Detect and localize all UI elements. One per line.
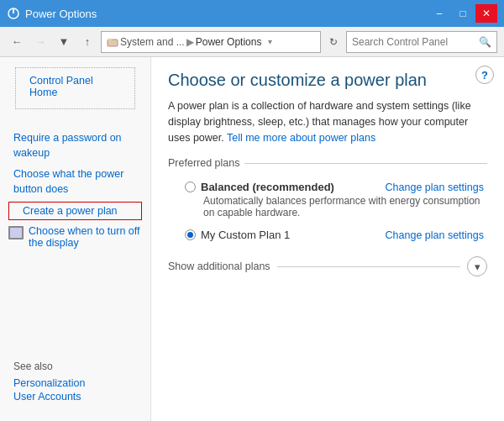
personalization-link[interactable]: Personalization: [13, 377, 137, 389]
create-power-plan-link[interactable]: Create a power plan: [8, 202, 142, 220]
address-separator1: ▶: [186, 36, 194, 48]
back-button[interactable]: ←: [7, 32, 27, 52]
dropdown-history-button[interactable]: ▼: [54, 32, 74, 52]
forward-button[interactable]: →: [30, 32, 50, 52]
up-button[interactable]: ↑: [77, 32, 97, 52]
monitor-icon: [8, 226, 24, 239]
content-area: ? Choose or customize a power plan A pow…: [151, 57, 504, 421]
sidebar-display-link-text: Choose when to turn off the display: [29, 225, 142, 249]
svg-rect-2: [108, 39, 118, 46]
plan-name-custom: My Custom Plan 1: [201, 229, 290, 241]
power-options-icon: [7, 7, 20, 20]
radio-dot-selected: [187, 232, 193, 238]
see-also-title: See also: [13, 360, 137, 372]
show-additional-text: Show additional plans: [168, 260, 270, 272]
change-plan-settings-custom[interactable]: Change plan settings: [386, 229, 487, 241]
address-dropdown-button[interactable]: ▾: [268, 37, 272, 46]
page-title: Choose or customize a power plan: [168, 71, 487, 90]
search-input[interactable]: [352, 36, 475, 48]
close-button[interactable]: ✕: [475, 4, 497, 23]
user-accounts-link[interactable]: User Accounts: [13, 391, 137, 403]
toolbar: ← → ▼ ↑ System and ... ▶ Power Options ▾…: [0, 27, 504, 57]
see-also-section: See also Personalization User Accounts: [0, 350, 150, 411]
show-additional-line: [277, 266, 460, 267]
content-description: A power plan is a collection of hardware…: [168, 98, 487, 145]
radio-balanced[interactable]: [185, 182, 196, 192]
address-parts: System and ... ▶ Power Options: [107, 36, 261, 48]
change-plan-settings-balanced[interactable]: Change plan settings: [386, 182, 487, 193]
plan-desc-balanced: Automatically balances performance with …: [185, 195, 487, 218]
plan-header-custom: My Custom Plan 1 Change plan settings: [185, 229, 487, 241]
search-box: 🔍: [346, 31, 497, 53]
plan-header-custom-left: My Custom Plan 1: [185, 229, 290, 241]
section-divider: [244, 163, 487, 164]
sidebar-home-wrap: Control Panel Home: [0, 67, 150, 128]
title-bar-controls: – □ ✕: [428, 4, 497, 23]
radio-custom[interactable]: [185, 229, 196, 240]
address-bar: System and ... ▶ Power Options ▾: [101, 31, 321, 53]
refresh-button[interactable]: ↻: [324, 33, 343, 51]
plan-header-balanced-left: Balanced (recommended): [185, 181, 334, 193]
sidebar: Control Panel Home Require a password on…: [0, 57, 151, 421]
address-segment2: Power Options: [196, 36, 262, 48]
main-area: Control Panel Home Require a password on…: [0, 57, 504, 421]
preferred-plans-label: Preferred plans: [168, 157, 487, 169]
preferred-plans-text: Preferred plans: [168, 157, 239, 169]
folder-icon: [107, 36, 118, 48]
title-bar-left: Power Options: [7, 7, 97, 20]
help-icon[interactable]: ?: [475, 66, 494, 84]
title-bar: Power Options – □ ✕: [0, 0, 504, 27]
plan-header-balanced: Balanced (recommended) Change plan setti…: [185, 181, 487, 193]
sidebar-power-button-link[interactable]: Choose what the power button does: [0, 164, 150, 200]
sidebar-display-link[interactable]: Choose when to turn off the display: [0, 222, 150, 252]
maximize-button[interactable]: □: [452, 4, 474, 23]
address-segment1[interactable]: System and ...: [120, 36, 185, 48]
show-additional-plans[interactable]: Show additional plans ▾: [168, 250, 487, 283]
learn-more-link[interactable]: Tell me more about power plans: [227, 132, 375, 144]
plan-item-custom: My Custom Plan 1 Change plan settings: [168, 224, 487, 246]
expand-plans-button[interactable]: ▾: [467, 256, 487, 276]
expand-icon: ▾: [475, 260, 480, 273]
plan-item-balanced: Balanced (recommended) Change plan setti…: [168, 176, 487, 224]
window-title: Power Options: [25, 8, 97, 20]
minimize-button[interactable]: –: [428, 4, 450, 23]
plan-name-balanced: Balanced (recommended): [201, 181, 334, 193]
sidebar-require-password-link[interactable]: Require a password on wakeup: [0, 128, 150, 164]
control-panel-home-link[interactable]: Control Panel Home: [15, 67, 135, 109]
search-icon: 🔍: [479, 36, 491, 48]
